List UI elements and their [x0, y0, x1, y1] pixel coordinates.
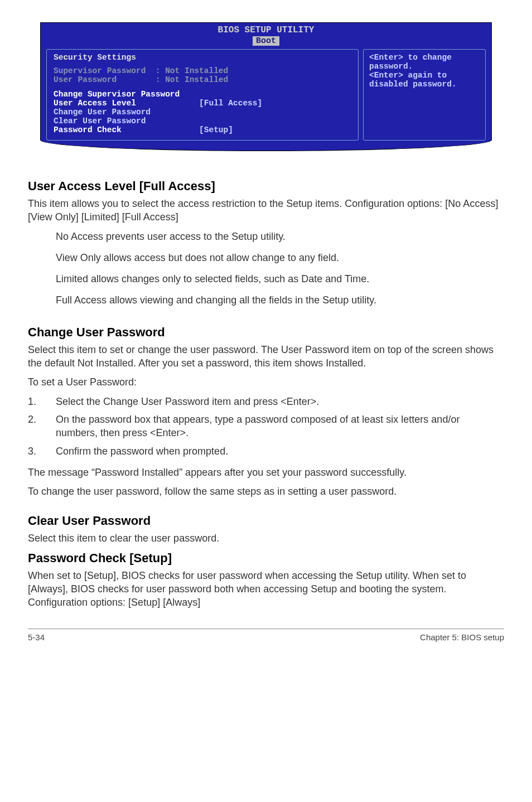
supervisor-password-row: Supervisor Password : Not Installed	[54, 66, 351, 75]
help-line: password.	[369, 62, 480, 71]
user-password-row: User Password : Not Installed	[54, 75, 351, 84]
step-item: On the password box that appears, type a…	[28, 413, 504, 440]
bios-tab-boot: Boot	[253, 36, 279, 46]
help-line: <Enter> again to	[369, 71, 480, 80]
page-footer: 5-34 Chapter 5: BIOS setup	[28, 629, 504, 642]
clear-user-password-row[interactable]: Clear User Password	[54, 117, 351, 125]
indent-paragraph: No Access prevents user access to the Se…	[56, 230, 504, 243]
heading-change-user-password: Change User Password	[28, 325, 504, 340]
step-item: Confirm the password when prompted.	[28, 445, 504, 458]
paragraph: Select this item to clear the user passw…	[28, 532, 504, 545]
bios-screenshot: BIOS SETUP UTILITY Boot Security Setting…	[40, 22, 492, 151]
bios-title: BIOS SETUP UTILITY	[41, 23, 491, 35]
change-user-password-row[interactable]: Change User Password	[54, 108, 351, 117]
paragraph: This item allows you to select the acces…	[28, 197, 504, 224]
heading-clear-user-password: Clear User Password	[28, 514, 504, 528]
paragraph: When set to [Setup], BIOS checks for use…	[28, 569, 504, 610]
bios-body: Security Settings Supervisor Password : …	[46, 49, 486, 141]
heading-user-access-level: User Access Level [Full Access]	[28, 179, 504, 194]
page-number: 5-34	[28, 632, 45, 642]
password-check-row[interactable]: Password Check [Setup]	[54, 125, 351, 134]
help-line: disabled password.	[369, 80, 480, 89]
bios-left-panel: Security Settings Supervisor Password : …	[46, 49, 359, 141]
bios-tab-row: Boot	[41, 35, 491, 46]
help-line: <Enter> to change	[369, 53, 480, 62]
paragraph: To change the user password, follow the …	[28, 485, 504, 498]
heading-password-check: Password Check [Setup]	[28, 551, 504, 566]
steps-list: Select the Change User Password item and…	[28, 395, 504, 458]
paragraph: The message “Password Installed” appears…	[28, 466, 504, 479]
security-settings-header: Security Settings	[54, 53, 351, 62]
step-item: Select the Change User Password item and…	[28, 395, 504, 408]
indent-paragraph: Limited allows changes only to selected …	[56, 272, 504, 286]
chapter-label: Chapter 5: BIOS setup	[420, 632, 504, 642]
bios-help-panel: <Enter> to change password. <Enter> agai…	[363, 49, 486, 141]
user-access-level-row[interactable]: User Access Level [Full Access]	[54, 99, 351, 108]
paragraph: Select this item to set or change the us…	[28, 343, 504, 370]
change-supervisor-password-row[interactable]: Change Supervisor Password	[54, 90, 351, 99]
indent-paragraph: Full Access allows viewing and changing …	[56, 293, 504, 307]
indent-paragraph: View Only allows access but does not all…	[56, 251, 504, 264]
paragraph: To set a User Password:	[28, 375, 504, 389]
